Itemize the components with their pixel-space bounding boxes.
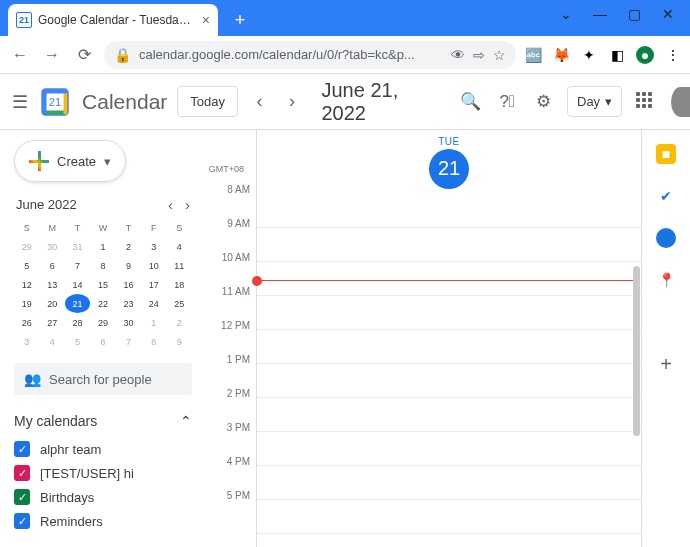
mini-day[interactable]: 8 [141, 332, 166, 351]
reload-icon[interactable]: ⟳ [72, 45, 96, 64]
browser-tab[interactable]: 21 Google Calendar - Tuesday, June × [8, 4, 218, 36]
mini-day[interactable]: 6 [90, 332, 115, 351]
back-icon[interactable]: ← [8, 46, 32, 64]
checkbox-icon[interactable]: ✓ [14, 465, 30, 481]
mini-day[interactable]: 9 [116, 256, 141, 275]
minimize-icon[interactable]: — [592, 6, 608, 22]
help-icon[interactable]: ?⃝ [494, 92, 521, 112]
mini-day[interactable]: 7 [65, 256, 90, 275]
mini-day[interactable]: 4 [39, 332, 64, 351]
close-window-icon[interactable]: ✕ [660, 6, 676, 22]
mini-day[interactable]: 3 [14, 332, 39, 351]
mini-day[interactable]: 5 [65, 332, 90, 351]
sidepanel-icon[interactable]: ◧ [608, 46, 626, 64]
mini-day[interactable]: 7 [116, 332, 141, 351]
scrollbar-thumb[interactable] [633, 266, 640, 436]
add-addon-icon[interactable]: + [656, 354, 676, 374]
menu-icon[interactable]: ⋮ [664, 46, 682, 64]
mini-day[interactable]: 11 [167, 256, 192, 275]
settings-icon[interactable]: ⚙ [531, 91, 558, 112]
calendar-item[interactable]: ✓Reminders [14, 509, 192, 533]
mini-day[interactable]: 14 [65, 275, 90, 294]
metamask-icon[interactable]: 🦊 [552, 46, 570, 64]
mini-day[interactable]: 29 [14, 237, 39, 256]
contacts-icon[interactable]: 👤 [656, 228, 676, 248]
profile-ext-icon[interactable]: ● [636, 46, 654, 64]
mini-day[interactable]: 19 [14, 294, 39, 313]
hour-row[interactable] [257, 432, 641, 466]
mini-day[interactable]: 26 [14, 313, 39, 332]
apps-grid-icon[interactable] [636, 92, 655, 112]
mini-day[interactable]: 17 [141, 275, 166, 294]
mini-day[interactable]: 29 [90, 313, 115, 332]
calendar-item[interactable]: ✓[TEST/USER] hi [14, 461, 192, 485]
close-tab-icon[interactable]: × [202, 12, 210, 28]
mini-calendar[interactable]: SMTWTFS293031123456789101112131415161718… [14, 219, 192, 351]
checkbox-icon[interactable]: ✓ [14, 513, 30, 529]
forward-icon[interactable]: → [40, 46, 64, 64]
maximize-icon[interactable]: ▢ [626, 6, 642, 22]
mini-day[interactable]: 12 [14, 275, 39, 294]
calendar-item[interactable]: ✓Birthdays [14, 485, 192, 509]
maps-icon[interactable]: 📍 [656, 270, 676, 290]
url-field[interactable]: 🔒 calendar.google.com/calendar/u/0/r?tab… [104, 41, 516, 69]
day-header[interactable]: TUE 21 [257, 130, 641, 194]
mini-day[interactable]: 28 [65, 313, 90, 332]
next-day-icon[interactable]: › [281, 91, 304, 112]
avatar[interactable] [671, 87, 690, 117]
day-grid[interactable]: TUE 21 [256, 130, 641, 547]
hour-row[interactable] [257, 262, 641, 296]
mini-day[interactable]: 21 [65, 294, 90, 313]
mini-day[interactable]: 22 [90, 294, 115, 313]
mini-day[interactable]: 6 [39, 256, 64, 275]
create-button[interactable]: Create ▾ [14, 140, 126, 182]
mini-day[interactable]: 13 [39, 275, 64, 294]
share-icon[interactable]: ⇨ [473, 47, 485, 63]
mini-day[interactable]: 23 [116, 294, 141, 313]
translate-icon[interactable]: 🔤 [524, 46, 542, 64]
prev-day-icon[interactable]: ‹ [248, 91, 271, 112]
mini-day[interactable]: 31 [65, 237, 90, 256]
mini-day[interactable]: 15 [90, 275, 115, 294]
keep-icon[interactable]: ■ [656, 144, 676, 164]
mini-day[interactable]: 16 [116, 275, 141, 294]
mini-day[interactable]: 24 [141, 294, 166, 313]
mini-day[interactable]: 4 [167, 237, 192, 256]
star-icon[interactable]: ☆ [493, 47, 506, 63]
puzzle-icon[interactable]: ✦ [580, 46, 598, 64]
hour-row[interactable] [257, 228, 641, 262]
new-tab-button[interactable]: + [226, 6, 254, 34]
hour-row[interactable] [257, 330, 641, 364]
hour-row[interactable] [257, 466, 641, 500]
chevron-down-icon[interactable]: ⌄ [558, 6, 574, 22]
tasks-icon[interactable]: ✔ [656, 186, 676, 206]
mini-day[interactable]: 2 [116, 237, 141, 256]
hour-row[interactable] [257, 194, 641, 228]
mini-day[interactable]: 1 [141, 313, 166, 332]
hour-row[interactable] [257, 500, 641, 534]
mini-day[interactable]: 1 [90, 237, 115, 256]
checkbox-icon[interactable]: ✓ [14, 489, 30, 505]
mini-day[interactable]: 30 [39, 237, 64, 256]
mini-day[interactable]: 3 [141, 237, 166, 256]
mini-day[interactable]: 30 [116, 313, 141, 332]
my-calendars-header[interactable]: My calendars ⌃ [14, 413, 192, 429]
search-icon[interactable]: 🔍 [458, 91, 485, 112]
mini-day[interactable]: 27 [39, 313, 64, 332]
mini-day[interactable]: 20 [39, 294, 64, 313]
mini-day[interactable]: 2 [167, 313, 192, 332]
mini-day[interactable]: 10 [141, 256, 166, 275]
mini-next-icon[interactable]: › [185, 196, 190, 213]
hour-row[interactable] [257, 364, 641, 398]
mini-day[interactable]: 18 [167, 275, 192, 294]
mini-prev-icon[interactable]: ‹ [168, 196, 173, 213]
today-button[interactable]: Today [177, 86, 238, 117]
hamburger-icon[interactable]: ☰ [12, 91, 28, 113]
hour-row[interactable] [257, 296, 641, 330]
view-selector[interactable]: Day ▾ [567, 86, 622, 117]
mini-day[interactable]: 25 [167, 294, 192, 313]
mini-day[interactable]: 8 [90, 256, 115, 275]
eye-icon[interactable]: 👁 [451, 47, 465, 63]
hour-row[interactable] [257, 398, 641, 432]
mini-day[interactable]: 9 [167, 332, 192, 351]
